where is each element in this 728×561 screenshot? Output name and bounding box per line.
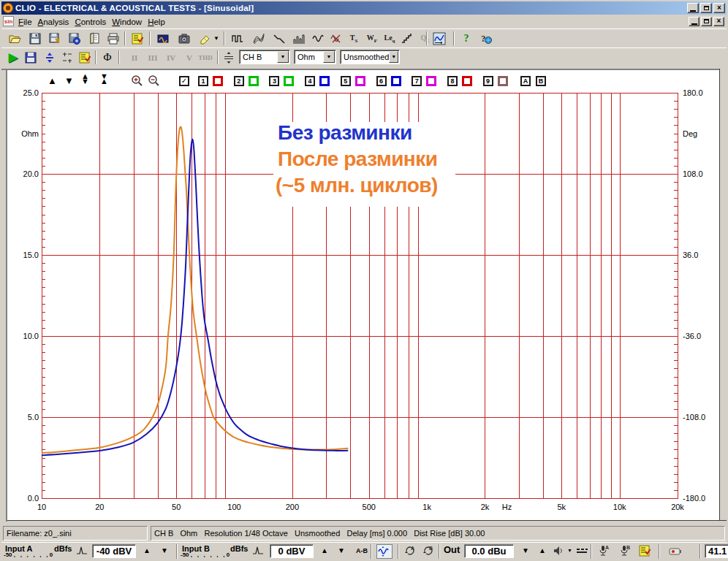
help-about-button[interactable]: ? xyxy=(477,30,495,47)
harmonic-4-button[interactable]: IV xyxy=(162,49,180,66)
loop-a-button[interactable]: A xyxy=(403,544,417,560)
curve-3-number[interactable]: 3 xyxy=(269,76,279,86)
mic-b-button[interactable]: B xyxy=(618,544,631,560)
rta-analysis-button[interactable] xyxy=(290,30,308,47)
scale-settings-button[interactable] xyxy=(58,49,76,66)
curve-8-checkbox[interactable] xyxy=(462,76,472,86)
decay-analysis-button[interactable] xyxy=(270,30,288,47)
unit-combo-dropdown-icon[interactable]: ▼ xyxy=(323,51,335,63)
input-a-down-button[interactable]: ▼ xyxy=(161,547,168,554)
harmonic-3-button[interactable]: III xyxy=(144,49,162,66)
curve-9-number[interactable]: 9 xyxy=(483,76,493,86)
erase-dropdown-button[interactable]: ▼ xyxy=(212,30,221,47)
input-a-peak-icon xyxy=(75,544,88,560)
help-button[interactable]: ? xyxy=(458,30,475,47)
erase-button[interactable] xyxy=(196,30,213,47)
zoom-in-button[interactable] xyxy=(130,74,143,87)
curve-3-checkbox[interactable] xyxy=(284,76,294,86)
shift-down-button[interactable]: ▼ xyxy=(64,74,74,87)
menu-file[interactable]: File xyxy=(18,18,32,26)
start-measurement-button[interactable]: ▶ xyxy=(4,49,22,66)
thd-button[interactable]: THD xyxy=(197,49,214,66)
out-level-value[interactable]: 0.0 dBu xyxy=(464,544,514,558)
harmonic-2-button[interactable]: II xyxy=(126,49,143,66)
phase-button[interactable]: Φ xyxy=(99,49,116,66)
curve-7-number[interactable]: 7 xyxy=(412,76,422,86)
save-file-button[interactable] xyxy=(26,30,44,47)
curve-6-number[interactable]: 6 xyxy=(376,76,387,86)
speaker-dropdown-icon[interactable]: ▼ xyxy=(567,547,572,554)
smoothing-combo[interactable]: Unsmoothed▼ xyxy=(340,50,400,64)
harmonic-5-button[interactable]: V xyxy=(181,49,198,66)
multimeter-button[interactable] xyxy=(154,30,172,47)
curve-9-checkbox[interactable] xyxy=(498,76,508,86)
curve-5-checkbox[interactable] xyxy=(355,76,365,86)
autosave-button[interactable] xyxy=(22,49,39,66)
expand-scale-button[interactable]: ▲▼ xyxy=(81,74,89,87)
input-b-up-button[interactable]: ▲ xyxy=(321,547,328,554)
waterfall-analysis-button[interactable] xyxy=(250,30,268,47)
close-button[interactable]: × xyxy=(713,3,725,13)
save-as-button[interactable] xyxy=(46,30,64,47)
curve-4-checkbox[interactable] xyxy=(319,76,330,86)
sin-settings-button[interactable] xyxy=(76,49,94,66)
distortion-analysis-button[interactable] xyxy=(327,30,345,47)
input-a-up-button[interactable]: ▲ xyxy=(143,547,151,554)
shift-up-button[interactable]: ▲ xyxy=(48,74,57,87)
curve-6-checkbox[interactable] xyxy=(391,76,401,86)
unit-combo[interactable]: Ohm▼ xyxy=(294,50,336,64)
curve-7-checkbox[interactable] xyxy=(426,76,436,86)
channel-combo[interactable]: CH B▼ xyxy=(239,50,290,64)
autoscale-button[interactable] xyxy=(41,49,58,66)
channel-combo-dropdown-icon[interactable]: ▼ xyxy=(277,51,289,63)
split-scale-button[interactable] xyxy=(220,49,238,66)
print-button[interactable] xyxy=(105,30,122,47)
measurement-notes-button[interactable] xyxy=(129,30,146,47)
out-down-button[interactable]: ▼ xyxy=(522,547,529,554)
sinusoidal-analysis-button[interactable] xyxy=(309,30,327,47)
curve-1-checkbox[interactable] xyxy=(213,76,223,86)
curve-2-number[interactable]: 2 xyxy=(234,76,244,86)
snapshot-button[interactable] xyxy=(175,30,193,47)
loop-b-button[interactable]: B xyxy=(422,544,435,560)
curve-1-number[interactable]: 1 xyxy=(198,76,208,86)
t-s-parameters-button[interactable]: TS xyxy=(345,30,363,47)
io-settings-button[interactable] xyxy=(638,544,651,560)
leq-analysis-button[interactable]: Leq xyxy=(381,30,398,47)
sinusoidal-active-button[interactable] xyxy=(431,30,448,47)
wow-flutter-button[interactable]: WF xyxy=(363,30,381,47)
generator-wave-button[interactable] xyxy=(376,544,393,559)
linearity-steps-button[interactable] xyxy=(398,30,416,47)
mdi-close-button[interactable]: × xyxy=(713,17,724,26)
out-up-button[interactable]: ▲ xyxy=(539,547,546,554)
curve-5-number[interactable]: 5 xyxy=(341,76,351,86)
menu-window[interactable]: Window xyxy=(112,18,142,26)
curve-2-checkbox[interactable] xyxy=(249,76,259,86)
coupling-icon[interactable] xyxy=(575,544,588,560)
curve-8-number[interactable]: 8 xyxy=(447,76,458,86)
menu-help[interactable]: Help xyxy=(148,18,165,26)
restore-button[interactable] xyxy=(700,3,712,13)
input-b-down-button[interactable]: ▼ xyxy=(338,547,345,554)
mdi-restore-button[interactable] xyxy=(701,17,712,26)
minimize-button[interactable] xyxy=(687,3,699,13)
marker-b-button[interactable]: B xyxy=(536,76,546,86)
menu-controls[interactable]: Controls xyxy=(75,18,106,26)
y-axis-label-20.0: 20.0 xyxy=(8,169,39,178)
zoom-out-button[interactable] xyxy=(147,74,160,87)
curve-4-number[interactable]: 4 xyxy=(305,76,315,86)
smoothing-combo-dropdown-icon[interactable]: ▼ xyxy=(389,51,398,63)
mls-analysis-button[interactable] xyxy=(229,30,246,47)
compress-scale-button[interactable]: ▼▲ xyxy=(100,74,108,87)
input-a-level-value[interactable]: -40 dBV xyxy=(92,544,136,558)
show-all-curves-checkbox[interactable]: ✓ xyxy=(179,76,189,86)
input-b-level-value[interactable]: 0 dBV xyxy=(270,544,314,558)
mdi-minimize-button[interactable] xyxy=(689,17,699,26)
open-document-button[interactable] xyxy=(6,30,23,47)
print-preview-button[interactable] xyxy=(86,30,104,47)
marker-a-button[interactable]: A xyxy=(520,76,531,86)
mic-a-button[interactable]: A xyxy=(596,544,610,560)
export-file-button[interactable] xyxy=(66,30,83,47)
speaker-icon[interactable] xyxy=(552,544,565,560)
menu-analysis[interactable]: Analysis xyxy=(38,18,69,26)
